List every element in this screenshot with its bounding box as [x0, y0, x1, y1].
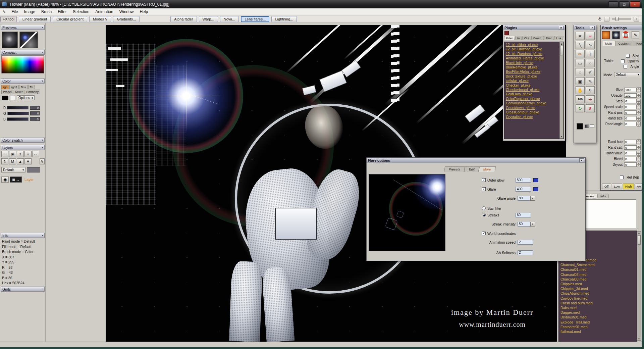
glare-angle-dropdown[interactable]: ▾	[530, 196, 535, 201]
menu-item[interactable]: Window	[116, 9, 137, 15]
brush-file-item[interactable]: flathead.med	[559, 329, 637, 334]
duplicate-layer-button[interactable]: ▣	[9, 151, 16, 157]
color-mode-tab[interactable]: rgb	[1, 85, 9, 89]
flare-dialog-title-bar[interactable]: Flare options×	[367, 158, 585, 163]
brush-file-item[interactable]: Drybrush01.med	[559, 315, 637, 319]
lasso-select-tool[interactable]: ◌	[576, 68, 585, 76]
brush-settings-tab[interactable]: Custom	[615, 41, 633, 46]
quality-button[interactable]: Off	[602, 184, 611, 189]
cancel-tool[interactable]: ✗	[586, 104, 595, 112]
brush-tip-preview[interactable]	[612, 31, 620, 39]
plugin-item[interactable]: 12_bit_Halftone_pf.exe	[506, 47, 558, 51]
brush-settings-tab[interactable]: Main	[602, 41, 615, 46]
spinner[interactable]: ▲▼	[637, 139, 641, 144]
flare-dialog-tab[interactable]: Edit	[464, 166, 479, 172]
collapse-icon[interactable]: ▾	[42, 51, 43, 54]
spinner[interactable]: ▲▼	[637, 145, 641, 150]
param-value-input[interactable]: 100	[624, 88, 637, 92]
expand-layer-button[interactable]: ▲	[17, 158, 24, 164]
spinner[interactable]: ▲▼	[637, 162, 641, 167]
quality-button[interactable]: Low	[612, 184, 622, 189]
pencil-icon[interactable]: ✎	[632, 31, 639, 39]
menu-item[interactable]: Selection	[70, 9, 92, 15]
spinner[interactable]: ▲▼	[637, 156, 641, 161]
close-button[interactable]: ×	[630, 1, 640, 7]
toolbar-button[interactable]: Lens flares...	[241, 16, 269, 22]
secondary-color-swatch[interactable]	[10, 96, 15, 100]
mode-dropdown[interactable]: Default▾	[614, 72, 640, 77]
plugin-item[interactable]: Countdown_pf.exe	[506, 106, 558, 110]
color-mode-tab[interactable]: Wheel	[1, 90, 13, 94]
crop-tool[interactable]: ▣	[576, 77, 585, 85]
collapse-icon[interactable]: ▾	[42, 80, 43, 83]
section-color[interactable]: Color▾	[1, 79, 45, 84]
spinner[interactable]: ▲▼	[637, 87, 641, 92]
glare-input[interactable]: 400	[516, 187, 531, 192]
color-mode-tab[interactable]: Box	[19, 85, 28, 89]
line-tool[interactable]: ╲	[576, 41, 585, 49]
brush-file-item[interactable]: Cowboy line.med	[559, 296, 637, 301]
eyedropper-tool[interactable]: ✎	[586, 77, 595, 85]
rotate-layer-button[interactable]: ↻	[1, 158, 8, 164]
plugin-item[interactable]: BoxFilterAlpha_pf.exe	[506, 69, 558, 74]
delete-layer-button[interactable]: ▱	[32, 151, 39, 157]
plugin-item[interactable]: Crystalize_pf.exe	[506, 115, 558, 119]
brush-file-item[interactable]: Charcoal01.med	[559, 267, 637, 272]
layer-down-button[interactable]: ↧	[24, 151, 32, 157]
spinner[interactable]: ▲▼	[637, 116, 641, 121]
brush-file-item[interactable]: Explode_Trail.med	[559, 320, 637, 325]
brush-file-item[interactable]: Chippies.med	[559, 282, 637, 286]
aa-softness-input[interactable]: 2	[518, 250, 533, 255]
color-options-dropdown[interactable]: Options▲▼	[17, 95, 35, 100]
menu-item[interactable]: Brush	[38, 9, 55, 15]
brush-file-item[interactable]: Dabs.med	[559, 305, 637, 310]
param-value-input[interactable]: 0	[624, 110, 637, 115]
outer-glow-color-swatch[interactable]	[533, 178, 538, 182]
param-value-input[interactable]: 0	[624, 122, 637, 126]
channel-slider[interactable]	[7, 112, 29, 115]
tablet-size-checkbox[interactable]: ✓	[626, 54, 630, 58]
world-coordinates-checkbox[interactable]: ✓	[482, 232, 486, 235]
plugin-item[interactable]: BlackHole_pf.exe	[506, 61, 558, 65]
plugin-filter-icon[interactable]	[504, 31, 509, 35]
param-value-input[interactable]: 0	[624, 116, 637, 120]
plugin-item[interactable]: CrossContour_pf.exe	[506, 110, 558, 114]
plugin-item[interactable]: Brick texture_pf.exe	[506, 74, 558, 79]
plugin-item[interactable]: 12_bit_dither_pf.exe	[506, 43, 558, 47]
streak-intensity-dropdown[interactable]: ▾	[530, 222, 535, 227]
color-mode-tab[interactable]: Mixer	[14, 90, 24, 94]
section-color-swatch[interactable]: Color swatch▾	[1, 138, 45, 143]
color-mode-tab[interactable]: Harmony	[25, 90, 41, 94]
brush-settings-title-bar[interactable]: Brush settings	[601, 25, 642, 30]
fx-tool-button[interactable]: FX tool	[0, 16, 17, 22]
channel-slider[interactable]	[7, 117, 29, 121]
foreground-color-swatch[interactable]	[577, 123, 583, 130]
plugin-item[interactable]: Checkerboard_pf.exe	[506, 88, 558, 92]
param-value-input[interactable]: 0	[624, 151, 637, 155]
eraser-tool[interactable]: ▰	[586, 32, 595, 40]
close-icon[interactable]: ×	[579, 158, 584, 162]
plugin-item[interactable]: ColdLava_pf.exe	[506, 92, 558, 96]
layer-up-button[interactable]: ↥	[17, 151, 24, 157]
title-bar[interactable]: Howler (Main) (Paper) 48% - [D:\CYBERSIG…	[0, 0, 642, 8]
outer-glow-input[interactable]: 500	[516, 178, 531, 183]
streaks-input[interactable]: 60	[516, 213, 531, 217]
close-icon[interactable]: ×	[590, 26, 595, 30]
brush-file-item[interactable]: Charcoal02.med	[559, 272, 637, 277]
merge-down-button[interactable]: M	[9, 158, 16, 164]
tablet-opacity-checkbox[interactable]: ✓	[621, 59, 625, 63]
flare-dialog-tab[interactable]: Presets	[444, 166, 465, 172]
zoom-slider[interactable]	[612, 18, 631, 20]
brush-file-item[interactable]: ChipsAbunch.med	[559, 291, 637, 296]
spinner[interactable]: ▲▼	[637, 110, 641, 115]
brush-settings-tab[interactable]: PostFX	[633, 41, 642, 46]
tablet-angle-checkbox[interactable]: ✓	[624, 65, 627, 68]
gradient-mini-swatch[interactable]	[585, 124, 589, 128]
undo-arrow-tool[interactable]: ↻	[576, 104, 585, 112]
toolbar-button[interactable]: Lightning...	[271, 16, 297, 22]
plugins-tab[interactable]: Lua	[554, 36, 564, 40]
section-layers[interactable]: Layers▾	[1, 145, 45, 150]
color-mode-tab[interactable]: Tri	[28, 85, 35, 89]
star-filter-radio[interactable]	[482, 206, 486, 210]
streaks-radio[interactable]	[482, 213, 486, 217]
